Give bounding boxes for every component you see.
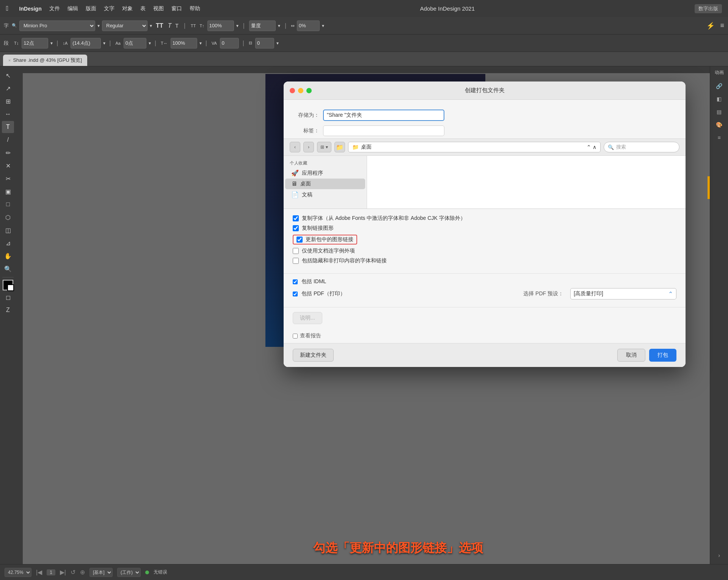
font-size-input[interactable]	[207, 20, 234, 31]
main-area: ↖ ↗ ⊞ ↔ T / ✏ ✕ ✂ ▣ □ ⬡ ◫ ⊿ ✋ 🔍 ◻ Z	[0, 66, 728, 564]
tags-input[interactable]	[323, 125, 444, 136]
vertical-ruler	[16, 66, 23, 564]
location-chevron-icon[interactable]: ⌃	[587, 144, 591, 150]
copy-links-checkbox[interactable]	[293, 225, 299, 231]
type-tool[interactable]: T	[2, 121, 14, 133]
menu-file[interactable]: 文件	[49, 5, 60, 12]
eyedropper-tool[interactable]: ⊿	[2, 237, 14, 249]
nav-folder-btn[interactable]: 📁	[334, 142, 345, 152]
package-button[interactable]: 打包	[649, 349, 676, 362]
page-number[interactable]: 1	[47, 569, 55, 575]
digital-pub-btn[interactable]: 数字出版	[695, 4, 722, 13]
base-select[interactable]: [基本]	[89, 568, 113, 577]
new-folder-button[interactable]: 新建文件夹	[293, 349, 334, 362]
zoom-tool[interactable]: 🔍	[2, 263, 14, 275]
zoom-select[interactable]: 42.75%	[5, 568, 31, 577]
menu-table[interactable]: 表	[140, 5, 146, 12]
save-as-label: 存储为：	[293, 112, 319, 119]
update-links-checkbox[interactable]	[297, 237, 303, 243]
work-mode-select[interactable]: (工作)	[117, 568, 141, 577]
include-idml-label: 包括 IDML	[301, 278, 326, 285]
rect-tool[interactable]: □	[2, 198, 14, 210]
view-report-checkbox[interactable]	[293, 334, 298, 339]
fill-stroke-control[interactable]	[3, 280, 13, 290]
dialog-actions-row: 说明...	[284, 307, 686, 329]
gap-tool[interactable]: ↔	[2, 108, 14, 120]
search-box[interactable]: 🔍 搜索	[604, 142, 679, 152]
close-button[interactable]	[290, 88, 295, 93]
include-pdf-checkbox[interactable]	[293, 292, 298, 296]
right-layers-icon[interactable]: ◧	[712, 93, 726, 105]
checkbox-row-1: 复制字体（从 Adobe Fonts 中激活的字体和非 Adobe CJK 字体…	[293, 215, 676, 222]
pdf-preset-select[interactable]: [高质量打印] ⌃	[570, 288, 676, 299]
rect-frame-tool[interactable]: ▣	[2, 185, 14, 198]
document-tab[interactable]: × Share .indd @ 43% [GPU 预览]	[3, 55, 87, 66]
menu-indesign[interactable]: InDesign	[19, 6, 42, 12]
baseline-input[interactable]	[124, 38, 146, 49]
font-style-select[interactable]: Regular	[102, 20, 147, 31]
leading-input[interactable]	[71, 38, 101, 49]
doc-hyphenation-checkbox[interactable]	[293, 248, 299, 254]
search-placeholder: 搜索	[616, 144, 626, 150]
dialog-bottom-btns: 新建文件夹 取消 打包	[284, 343, 686, 367]
mode-toggle[interactable]: ◻	[2, 291, 14, 303]
docs-label: 文稿	[302, 191, 312, 198]
scissors-tool[interactable]: ✂	[2, 172, 14, 185]
view-mode-btn[interactable]: Z	[2, 304, 14, 316]
doc-hyphenation-label: 仅使用文档连字例外项	[302, 248, 355, 254]
direct-select-tool[interactable]: ↗	[2, 82, 14, 94]
font-size-pt-input[interactable]	[22, 38, 48, 49]
browser-content[interactable]	[367, 156, 686, 208]
menu-view[interactable]: 视图	[153, 5, 164, 12]
font-name-select[interactable]: Minion Pro	[19, 20, 95, 31]
hscale-input[interactable]	[171, 38, 197, 49]
kerning-input[interactable]	[297, 20, 320, 31]
tracking-input[interactable]	[249, 20, 276, 31]
sidebar-item-desktop[interactable]: 🖥 桌面	[285, 179, 365, 189]
hand-tool[interactable]: ✋	[2, 250, 14, 262]
nav-view-btn[interactable]: ⊞ ▾	[317, 142, 331, 152]
right-expand-icon[interactable]: ›	[712, 550, 726, 561]
package-folder-dialog[interactable]: 创建打包文件夹 存储为： 标签： ‹ › ⊞	[284, 82, 686, 367]
nav-location[interactable]: 📁 桌面 ⌃ ∧	[348, 142, 601, 152]
page-tool[interactable]: ⊞	[2, 95, 14, 107]
right-pages-icon[interactable]: ▤	[712, 106, 726, 118]
gradient-tool[interactable]: ◫	[2, 224, 14, 236]
hidden-content-checkbox[interactable]	[293, 258, 299, 264]
menu-edit[interactable]: 编辑	[67, 5, 78, 12]
tt-bold-icon: TT	[156, 22, 163, 29]
location-up-icon[interactable]: ∧	[593, 144, 596, 150]
metrics-input[interactable]	[220, 38, 239, 49]
selection-tool[interactable]: ↖	[2, 69, 14, 82]
copy-fonts-checkbox[interactable]	[293, 215, 299, 221]
baseline2-input[interactable]	[255, 38, 274, 49]
tab-close-icon[interactable]: ×	[8, 58, 11, 63]
menu-window[interactable]: 窗口	[171, 5, 182, 12]
lightning-icon[interactable]: ⚡	[706, 22, 715, 30]
menu-text[interactable]: 文字	[104, 5, 115, 12]
maximize-button[interactable]	[306, 88, 312, 93]
desktop-label: 桌面	[300, 180, 311, 187]
apple-icon[interactable]: 	[6, 5, 9, 13]
nav-forward-btn[interactable]: ›	[303, 142, 314, 152]
add-anchor-tool[interactable]: ✕	[2, 160, 14, 172]
free-transform-tool[interactable]: ⬡	[2, 211, 14, 223]
explain-button[interactable]: 说明...	[293, 312, 322, 324]
menu-object[interactable]: 对象	[122, 5, 133, 12]
browser-sidebar: 个人收藏 🚀 应用程序 🖥 桌面 📄 文稿	[284, 156, 367, 208]
menu-expand-icon[interactable]: ≡	[720, 22, 724, 30]
right-links-icon[interactable]: 🔗	[712, 80, 726, 92]
right-color-icon[interactable]: 🎨	[712, 119, 726, 130]
minimize-button[interactable]	[298, 88, 303, 93]
pencil-tool[interactable]: ✏	[2, 147, 14, 159]
line-tool[interactable]: /	[2, 134, 14, 146]
right-menu-icon[interactable]: ≡	[712, 132, 726, 143]
include-idml-checkbox[interactable]	[293, 279, 298, 284]
sidebar-item-apps[interactable]: 🚀 应用程序	[285, 168, 365, 179]
menu-layout[interactable]: 版面	[86, 5, 96, 12]
menu-help[interactable]: 帮助	[190, 5, 200, 12]
nav-back-btn[interactable]: ‹	[290, 142, 300, 152]
cancel-button[interactable]: 取消	[617, 349, 645, 362]
sidebar-item-docs[interactable]: 📄 文稿	[285, 189, 365, 200]
filename-input[interactable]	[323, 110, 444, 121]
